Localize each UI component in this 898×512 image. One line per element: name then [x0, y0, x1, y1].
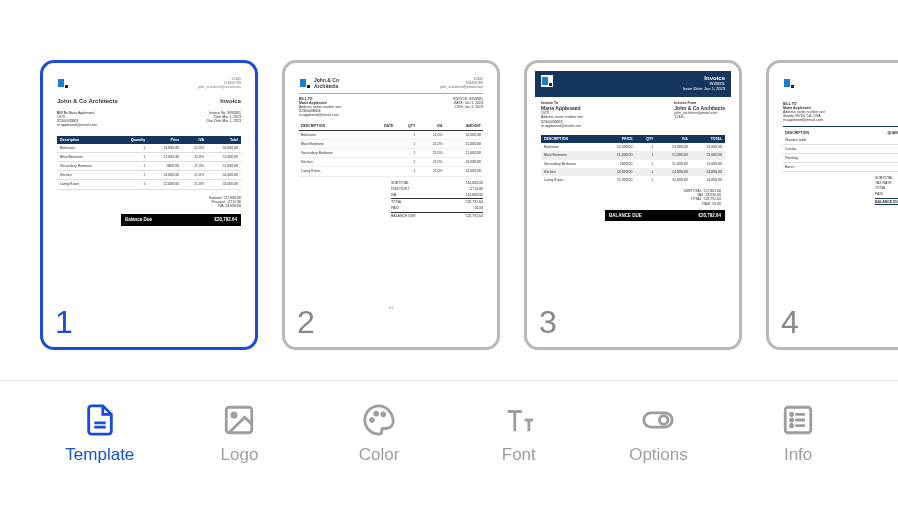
tab-label: Logo: [221, 445, 259, 465]
invoice-preview-4: 12345123456789john_architects@email.com …: [777, 71, 898, 311]
invoice-preview-3: InvoiceINV0001Issue Date: Jan 1, 2023 In…: [535, 71, 731, 311]
logo-icon: [299, 77, 311, 89]
tab-label: Font: [502, 445, 536, 465]
invoice-preview-1: 12345 123456789 john_architects@email.co…: [51, 71, 247, 311]
svg-point-14: [791, 425, 793, 427]
document-icon: [83, 403, 117, 437]
template-card-2[interactable]: John & CoArchitects 12345 123456789 john…: [282, 60, 500, 350]
logo-icon: [541, 75, 553, 87]
template-list: 12345 123456789 john_architects@email.co…: [0, 0, 898, 380]
svg-point-8: [660, 416, 669, 425]
palette-icon: [362, 403, 396, 437]
template-number: 3: [539, 304, 557, 341]
logo-icon: [783, 77, 795, 89]
tab-info[interactable]: Info: [748, 403, 848, 465]
tab-font[interactable]: Font: [469, 403, 569, 465]
tab-logo[interactable]: Logo: [189, 403, 289, 465]
svg-point-5: [375, 412, 378, 415]
template-card-1[interactable]: 12345 123456789 john_architects@email.co…: [40, 60, 258, 350]
tabbar: Template Logo Color Font Options Info: [0, 381, 898, 495]
tab-label: Info: [784, 445, 812, 465]
svg-point-4: [371, 419, 374, 422]
svg-point-3: [232, 413, 236, 417]
image-icon: [222, 403, 256, 437]
invoice-preview-2: John & CoArchitects 12345 123456789 john…: [293, 71, 489, 311]
toggle-icon: [641, 403, 675, 437]
template-number: 4: [781, 304, 799, 341]
tab-template[interactable]: Template: [50, 403, 150, 465]
svg-point-6: [382, 413, 385, 416]
template-card-4[interactable]: 12345123456789john_architects@email.com …: [766, 60, 898, 350]
svg-point-12: [791, 419, 793, 421]
logo-icon: [57, 77, 69, 89]
tab-color[interactable]: Color: [329, 403, 429, 465]
template-number: 2: [297, 304, 315, 341]
template-card-3[interactable]: InvoiceINV0001Issue Date: Jan 1, 2023 In…: [524, 60, 742, 350]
font-icon: [502, 403, 536, 437]
tab-label: Template: [65, 445, 134, 465]
tab-options[interactable]: Options: [608, 403, 708, 465]
svg-point-10: [791, 413, 793, 415]
tab-label: Options: [629, 445, 688, 465]
template-number: 1: [55, 304, 73, 341]
list-icon: [781, 403, 815, 437]
tab-label: Color: [359, 445, 400, 465]
